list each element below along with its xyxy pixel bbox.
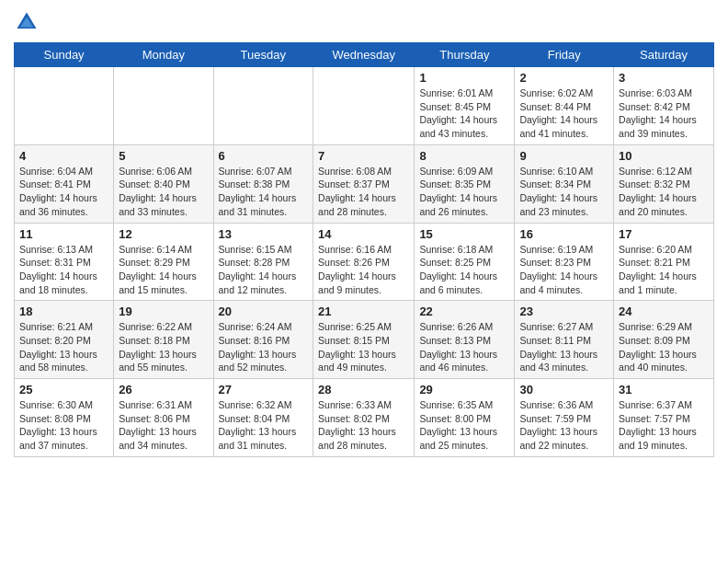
day-number: 15	[419, 227, 509, 241]
day-info: Sunrise: 6:30 AMSunset: 8:08 PMDaylight:…	[19, 398, 108, 453]
calendar-cell: 9 Sunrise: 6:10 AMSunset: 8:34 PMDayligh…	[515, 144, 614, 223]
week-row-3: 11 Sunrise: 6:13 AMSunset: 8:31 PMDaylig…	[15, 223, 714, 301]
day-info: Sunrise: 6:15 AMSunset: 8:28 PMDaylight:…	[219, 243, 309, 297]
day-info: Sunrise: 6:31 AMSunset: 8:06 PMDaylight:…	[119, 398, 208, 453]
calendar-cell: 26 Sunrise: 6:31 AMSunset: 8:06 PMDaylig…	[114, 379, 213, 457]
main-container: SundayMondayTuesdayWednesdayThursdayFrid…	[0, 0, 728, 466]
calendar-cell: 8 Sunrise: 6:09 AMSunset: 8:35 PMDayligh…	[415, 144, 515, 223]
day-number: 24	[619, 304, 709, 318]
day-info: Sunrise: 6:25 AMSunset: 8:15 PMDaylight:…	[318, 320, 409, 374]
calendar-cell: 19 Sunrise: 6:22 AMSunset: 8:18 PMDaylig…	[114, 301, 213, 379]
week-row-5: 25 Sunrise: 6:30 AMSunset: 8:08 PMDaylig…	[15, 379, 714, 457]
calendar-cell: 3 Sunrise: 6:03 AMSunset: 8:42 PMDayligh…	[614, 67, 714, 145]
calendar-cell	[15, 67, 114, 145]
day-info: Sunrise: 6:13 AMSunset: 8:31 PMDaylight:…	[19, 243, 108, 297]
day-number: 10	[619, 149, 709, 163]
day-number: 31	[619, 383, 709, 396]
day-header-saturday: Saturday	[614, 43, 714, 67]
day-number: 17	[619, 227, 709, 241]
day-info: Sunrise: 6:08 AMSunset: 8:37 PMDaylight:…	[318, 165, 409, 219]
day-info: Sunrise: 6:09 AMSunset: 8:35 PMDaylight:…	[419, 165, 509, 219]
day-info: Sunrise: 6:29 AMSunset: 8:09 PMDaylight:…	[619, 320, 709, 374]
week-row-4: 18 Sunrise: 6:21 AMSunset: 8:20 PMDaylig…	[15, 301, 714, 379]
day-info: Sunrise: 6:36 AMSunset: 7:59 PMDaylight:…	[519, 398, 609, 453]
day-info: Sunrise: 6:19 AMSunset: 8:23 PMDaylight:…	[519, 243, 609, 297]
day-header-wednesday: Wednesday	[313, 43, 415, 67]
day-number: 23	[519, 304, 609, 318]
calendar-cell: 29 Sunrise: 6:35 AMSunset: 8:00 PMDaylig…	[415, 379, 515, 457]
calendar-cell: 22 Sunrise: 6:26 AMSunset: 8:13 PMDaylig…	[415, 301, 515, 379]
day-number: 16	[519, 227, 609, 241]
day-number: 18	[19, 304, 108, 318]
day-info: Sunrise: 6:01 AMSunset: 8:45 PMDaylight:…	[419, 86, 509, 141]
day-info: Sunrise: 6:12 AMSunset: 8:32 PMDaylight:…	[619, 165, 709, 219]
day-header-tuesday: Tuesday	[213, 43, 313, 67]
calendar-cell: 16 Sunrise: 6:19 AMSunset: 8:23 PMDaylig…	[515, 223, 614, 301]
week-row-1: 1 Sunrise: 6:01 AMSunset: 8:45 PMDayligh…	[15, 67, 714, 145]
calendar-cell: 5 Sunrise: 6:06 AMSunset: 8:40 PMDayligh…	[114, 144, 213, 223]
calendar-cell: 7 Sunrise: 6:08 AMSunset: 8:37 PMDayligh…	[313, 144, 415, 223]
calendar-cell: 18 Sunrise: 6:21 AMSunset: 8:20 PMDaylig…	[15, 301, 114, 379]
calendar-cell: 2 Sunrise: 6:02 AMSunset: 8:44 PMDayligh…	[515, 67, 614, 145]
calendar-header: SundayMondayTuesdayWednesdayThursdayFrid…	[15, 43, 714, 67]
calendar-cell: 10 Sunrise: 6:12 AMSunset: 8:32 PMDaylig…	[614, 144, 714, 223]
day-number: 22	[419, 304, 509, 318]
day-number: 5	[119, 149, 208, 163]
calendar-cell: 31 Sunrise: 6:37 AMSunset: 7:57 PMDaylig…	[614, 379, 714, 457]
day-number: 12	[119, 227, 208, 241]
calendar-cell: 13 Sunrise: 6:15 AMSunset: 8:28 PMDaylig…	[213, 223, 313, 301]
calendar-cell: 1 Sunrise: 6:01 AMSunset: 8:45 PMDayligh…	[415, 67, 515, 145]
day-number: 19	[119, 304, 208, 318]
day-number: 13	[219, 227, 309, 241]
day-info: Sunrise: 6:03 AMSunset: 8:42 PMDaylight:…	[619, 86, 709, 141]
week-row-2: 4 Sunrise: 6:04 AMSunset: 8:41 PMDayligh…	[15, 144, 714, 223]
day-number: 21	[318, 304, 409, 318]
day-number: 14	[318, 227, 409, 241]
day-info: Sunrise: 6:22 AMSunset: 8:18 PMDaylight:…	[119, 320, 208, 374]
day-info: Sunrise: 6:16 AMSunset: 8:26 PMDaylight:…	[318, 243, 409, 297]
calendar-cell: 14 Sunrise: 6:16 AMSunset: 8:26 PMDaylig…	[313, 223, 415, 301]
calendar-cell	[313, 67, 415, 145]
day-header-friday: Friday	[515, 43, 614, 67]
day-number: 8	[419, 149, 509, 163]
day-info: Sunrise: 6:07 AMSunset: 8:38 PMDaylight:…	[219, 165, 309, 219]
calendar-cell: 17 Sunrise: 6:20 AMSunset: 8:21 PMDaylig…	[614, 223, 714, 301]
day-header-sunday: Sunday	[15, 43, 114, 67]
day-info: Sunrise: 6:33 AMSunset: 8:02 PMDaylight:…	[318, 398, 409, 453]
day-number: 2	[519, 71, 609, 85]
day-number: 29	[419, 383, 509, 396]
day-info: Sunrise: 6:10 AMSunset: 8:34 PMDaylight:…	[519, 165, 609, 219]
day-number: 4	[19, 149, 108, 163]
logo-icon	[14, 9, 40, 35]
calendar-cell: 21 Sunrise: 6:25 AMSunset: 8:15 PMDaylig…	[313, 301, 415, 379]
day-info: Sunrise: 6:37 AMSunset: 7:57 PMDaylight:…	[619, 398, 709, 453]
calendar-cell: 20 Sunrise: 6:24 AMSunset: 8:16 PMDaylig…	[213, 301, 313, 379]
day-number: 11	[19, 227, 108, 241]
day-number: 30	[519, 383, 609, 396]
day-info: Sunrise: 6:32 AMSunset: 8:04 PMDaylight:…	[219, 398, 309, 453]
day-number: 9	[519, 149, 609, 163]
day-info: Sunrise: 6:26 AMSunset: 8:13 PMDaylight:…	[419, 320, 509, 374]
calendar-cell	[213, 67, 313, 145]
day-info: Sunrise: 6:18 AMSunset: 8:25 PMDaylight:…	[419, 243, 509, 297]
calendar-cell: 27 Sunrise: 6:32 AMSunset: 8:04 PMDaylig…	[213, 379, 313, 457]
day-number: 3	[619, 71, 709, 85]
day-header-thursday: Thursday	[415, 43, 515, 67]
day-number: 28	[318, 383, 409, 396]
calendar-cell: 28 Sunrise: 6:33 AMSunset: 8:02 PMDaylig…	[313, 379, 415, 457]
logo	[14, 9, 43, 35]
calendar-cell: 15 Sunrise: 6:18 AMSunset: 8:25 PMDaylig…	[415, 223, 515, 301]
calendar-body: 1 Sunrise: 6:01 AMSunset: 8:45 PMDayligh…	[15, 67, 714, 457]
calendar-cell: 6 Sunrise: 6:07 AMSunset: 8:38 PMDayligh…	[213, 144, 313, 223]
day-number: 25	[19, 383, 108, 396]
day-info: Sunrise: 6:24 AMSunset: 8:16 PMDaylight:…	[219, 320, 309, 374]
calendar-cell: 30 Sunrise: 6:36 AMSunset: 7:59 PMDaylig…	[515, 379, 614, 457]
day-number: 20	[219, 304, 309, 318]
calendar-cell: 4 Sunrise: 6:04 AMSunset: 8:41 PMDayligh…	[15, 144, 114, 223]
calendar-cell	[114, 67, 213, 145]
day-number: 7	[318, 149, 409, 163]
day-number: 6	[219, 149, 309, 163]
calendar-cell: 24 Sunrise: 6:29 AMSunset: 8:09 PMDaylig…	[614, 301, 714, 379]
day-info: Sunrise: 6:02 AMSunset: 8:44 PMDaylight:…	[519, 86, 609, 141]
calendar-cell: 23 Sunrise: 6:27 AMSunset: 8:11 PMDaylig…	[515, 301, 614, 379]
